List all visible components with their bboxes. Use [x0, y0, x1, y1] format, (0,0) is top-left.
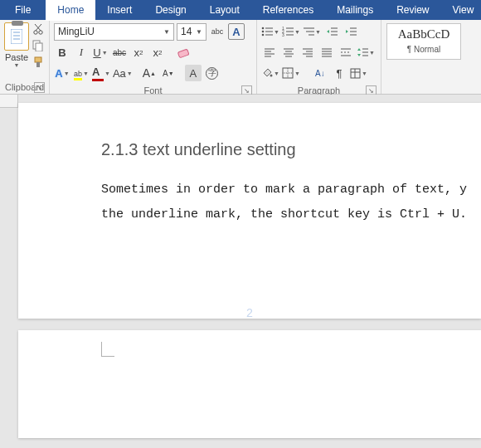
tab-insert[interactable]: Insert	[95, 0, 143, 20]
svg-marker-55	[357, 48, 361, 51]
clear-formatting-button[interactable]	[176, 44, 192, 61]
increase-indent-button[interactable]	[343, 23, 359, 40]
highlight-button[interactable]: ab▼	[73, 65, 90, 81]
svg-line-7	[35, 24, 41, 31]
tab-references[interactable]: References	[251, 0, 325, 20]
font-name-combo[interactable]: MingLiU ▼	[54, 23, 174, 41]
align-center-icon	[283, 47, 294, 57]
snap-to-grid-button[interactable]: ▼	[350, 65, 367, 81]
svg-marker-28	[327, 30, 329, 33]
svg-rect-11	[36, 62, 40, 67]
svg-point-13	[262, 27, 265, 30]
clipboard-launcher[interactable]: ↘	[34, 82, 45, 93]
eraser-icon	[177, 46, 192, 59]
strikethrough-button[interactable]: abc	[111, 44, 128, 61]
text-effects-button[interactable]: A▼	[54, 65, 70, 81]
numbering-icon: 123	[282, 27, 294, 37]
outdent-icon	[326, 27, 338, 37]
group-styles: AaBbCcD ¶ Normal	[381, 20, 473, 94]
shrink-font-button[interactable]: A▼	[160, 65, 177, 81]
tab-home[interactable]: Home	[46, 0, 95, 20]
tab-file[interactable]: File	[0, 0, 46, 20]
tab-mailings[interactable]: Mailings	[325, 0, 385, 20]
distributed-button[interactable]	[338, 44, 354, 61]
clipboard-doc-icon	[11, 29, 22, 44]
multilevel-list-button[interactable]: ▼	[303, 23, 321, 40]
font-size-value: 14	[181, 26, 192, 37]
paste-dropdown-icon[interactable]: ▼	[14, 62, 20, 68]
borders-icon	[282, 67, 294, 79]
asian-layout-icon	[350, 68, 361, 79]
align-right-button[interactable]	[299, 44, 316, 61]
tab-layout[interactable]: Layout	[198, 0, 251, 20]
align-left-button[interactable]	[261, 44, 278, 61]
paste-label: Paste	[5, 52, 28, 62]
italic-button[interactable]: I	[73, 44, 90, 61]
show-marks-button[interactable]: ¶	[331, 65, 347, 81]
tab-review[interactable]: Review	[385, 0, 440, 20]
group-font: MingLiU ▼ 14 ▼ abc A B I U▼ abc x	[50, 20, 257, 94]
distributed-icon	[340, 47, 352, 57]
page-1[interactable]: 2.1.3 text underline setting Sometimes i…	[18, 103, 481, 319]
page-2[interactable]: 2	[18, 330, 481, 438]
svg-point-5	[39, 31, 42, 34]
tab-view[interactable]: View	[441, 0, 481, 20]
format-painter-button[interactable]	[32, 56, 45, 69]
sort-button[interactable]: A↓	[312, 65, 328, 81]
underline-button[interactable]: U▼	[92, 44, 109, 61]
tab-design[interactable]: Design	[143, 0, 197, 20]
ribbon-body: Paste ▼ Clipboard ↘	[0, 20, 481, 95]
char-shading-button[interactable]: A	[185, 65, 202, 81]
svg-point-15	[262, 31, 265, 33]
phonetic-guide-button[interactable]: abc	[209, 23, 226, 40]
enclose-chars-button[interactable]: 字	[204, 65, 221, 81]
body-line-2[interactable]: the underline mark, the shortcut key is …	[101, 202, 481, 227]
decrease-indent-button[interactable]	[323, 23, 340, 40]
svg-point-60	[270, 75, 273, 77]
svg-rect-10	[35, 57, 41, 62]
justify-icon	[321, 47, 333, 57]
paintbrush-icon	[32, 56, 44, 68]
bullets-button[interactable]: ▼	[261, 23, 279, 40]
change-case-button[interactable]: Aa▼	[113, 65, 133, 81]
ribbon-tabs: File Home Insert Design Layout Reference…	[0, 0, 481, 20]
document-heading[interactable]: 2.1.3 text underline setting	[101, 140, 481, 159]
style-name: ¶ Normal	[387, 45, 460, 54]
document-body[interactable]: Sometimes in order to mark a paragraph o…	[101, 178, 481, 227]
svg-point-4	[34, 31, 37, 34]
body-line-1[interactable]: Sometimes in order to mark a paragraph o…	[101, 178, 481, 202]
align-center-button[interactable]	[280, 44, 297, 61]
font-size-dropdown-icon[interactable]: ▼	[192, 28, 202, 36]
clipboard-group-label: Clipboard ↘	[4, 81, 45, 93]
page-number: 2	[246, 307, 253, 320]
bullets-icon	[261, 27, 273, 37]
borders-button[interactable]: ▼	[282, 65, 300, 81]
style-normal[interactable]: AaBbCcD ¶ Normal	[386, 23, 461, 60]
margin-indicator	[101, 342, 114, 357]
svg-text:3: 3	[282, 32, 284, 37]
grow-font-button[interactable]: A▲	[141, 65, 158, 81]
cut-button[interactable]	[32, 22, 45, 36]
font-name-dropdown-icon[interactable]: ▼	[160, 28, 170, 36]
superscript-button[interactable]: x2	[149, 44, 166, 61]
character-border-button[interactable]: A	[228, 23, 245, 40]
line-spacing-button[interactable]: ▼	[357, 44, 375, 61]
svg-rect-0	[11, 29, 22, 44]
font-size-combo[interactable]: 14 ▼	[177, 23, 206, 41]
svg-point-17	[262, 34, 265, 37]
paste-button[interactable]: Paste ▼	[4, 22, 29, 68]
group-clipboard: Paste ▼ Clipboard ↘	[0, 20, 50, 94]
document-area: 2.1.3 text underline setting Sometimes i…	[0, 95, 481, 448]
ruler-corner[interactable]	[0, 95, 18, 108]
font-color-button[interactable]: A▼	[92, 65, 110, 81]
justify-button[interactable]	[318, 44, 335, 61]
paste-icon	[4, 22, 29, 51]
subscript-button[interactable]: x2	[130, 44, 147, 61]
group-paragraph: ▼ 123▼ ▼ ▼	[257, 20, 381, 94]
copy-button[interactable]	[32, 39, 45, 52]
numbering-button[interactable]: 123▼	[282, 23, 300, 40]
bold-button[interactable]: B	[54, 44, 70, 61]
svg-line-6	[36, 24, 41, 31]
svg-rect-9	[36, 43, 42, 51]
shading-button[interactable]: ▼	[261, 65, 279, 81]
